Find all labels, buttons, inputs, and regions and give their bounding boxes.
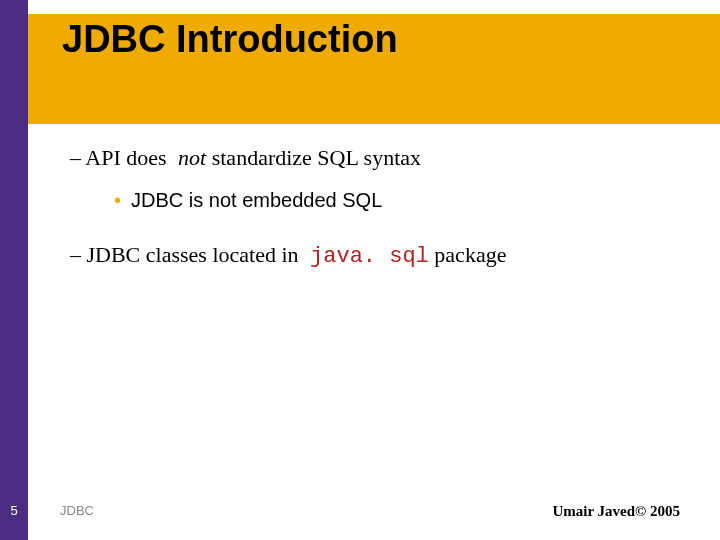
bullet-2-text-b: package: [429, 242, 507, 267]
bullet-1-emph: not: [178, 145, 206, 170]
bullet-1: – API does not standardize SQL syntax: [70, 145, 690, 171]
title-top-white: [28, 0, 720, 14]
slide-title: JDBC Introduction: [62, 18, 398, 61]
sub-bullet-1-text: JDBC is not embedded SQL: [131, 189, 382, 211]
left-stripe: [0, 0, 28, 540]
bullet-2: – JDBC classes located in java. sql pack…: [70, 242, 690, 269]
bullet-2-code: java. sql: [310, 244, 429, 269]
sub-bullet-1: •JDBC is not embedded SQL: [114, 189, 690, 212]
page-number: 5: [6, 503, 22, 518]
bullet-1-text-b: standardize SQL syntax: [206, 145, 421, 170]
slide: JDBC Introduction – API does not standar…: [0, 0, 720, 540]
bullet-1-text-a: – API does: [70, 145, 172, 170]
footer-right: Umair Javed© 2005: [552, 503, 680, 520]
bullet-dot-icon: •: [114, 189, 121, 211]
footer-left: JDBC: [60, 503, 94, 518]
slide-body: – API does not standardize SQL syntax •J…: [70, 145, 690, 269]
bullet-2-text-a: – JDBC classes located in: [70, 242, 304, 267]
